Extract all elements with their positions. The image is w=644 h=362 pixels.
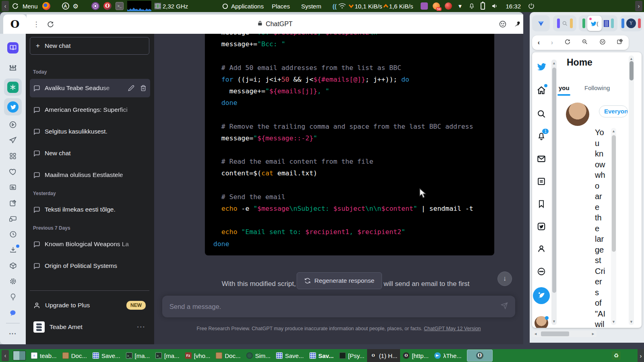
active-twitter-tab[interactable]: ( [587, 16, 602, 31]
vpn-tray-icon[interactable]: ▼ [458, 3, 463, 9]
upgrade-plus-row[interactable]: Upgrade to Plus NEW [30, 296, 149, 315]
taskbar-item[interactable]: >_[ma... [123, 349, 153, 362]
taskbar-item[interactable]: Save... [273, 349, 307, 362]
taskbar-item[interactable]: O[http... [400, 349, 431, 362]
wifi-icon[interactable] [338, 3, 346, 9]
footer-version-link[interactable]: ChatGPT May 12 Version [424, 326, 481, 331]
reading-list-icon[interactable] [3, 38, 23, 58]
smiley-icon[interactable] [497, 14, 509, 34]
volume-icon[interactable] [491, 3, 498, 9]
taskbar-item[interactable]: >_[ma... [153, 349, 182, 362]
extensions-cube-icon[interactable] [3, 258, 23, 274]
terminal-icon[interactable]: >_ [116, 2, 124, 10]
lock-icon[interactable] [257, 20, 263, 28]
bell-icon[interactable] [469, 2, 475, 10]
chat-history-item[interactable]: Known Biological Weapons La [30, 235, 150, 253]
flow-devices-icon[interactable] [3, 211, 23, 226]
taskbar-item[interactable]: Doc... [60, 349, 90, 362]
tab-for-you[interactable]: you [559, 84, 570, 91]
taskbar-item[interactable]: Fz[vho... [182, 349, 213, 362]
rail-scrollbar[interactable]: ▲ ▼ [551, 60, 557, 325]
home-icon[interactable] [536, 85, 547, 96]
chat-history-item[interactable]: American Greetings: Superfici [30, 101, 150, 119]
lists-icon[interactable] [536, 176, 547, 187]
tab-group-2[interactable]: ( [579, 15, 617, 31]
chat-history-item[interactable]: Selgitus kasulikkusest. [30, 122, 150, 141]
news-feed-icon[interactable] [3, 179, 23, 195]
everyone-pill-button[interactable]: Everyone [599, 105, 628, 117]
opera-icon[interactable]: O [103, 2, 111, 10]
notifications-bell-icon[interactable]: 1 [536, 131, 547, 142]
tab-group-1[interactable] [553, 15, 576, 31]
forward-icon[interactable]: › [551, 39, 553, 46]
chatgpt-icon[interactable] [3, 77, 23, 97]
firefox-icon[interactable] [42, 2, 50, 10]
power-icon[interactable] [528, 3, 535, 9]
cpu-graph[interactable] [127, 1, 151, 11]
account-menu-icon[interactable]: ··· [137, 323, 146, 331]
twitter-blue-icon[interactable] [536, 221, 547, 232]
taskbar-item[interactable]: ≡teab... [28, 349, 60, 362]
tab-following[interactable]: Following [584, 84, 610, 91]
tweet-scrollbar[interactable]: ▲ ▼ [611, 128, 616, 325]
send-icon[interactable] [501, 302, 508, 311]
account-row[interactable]: Teabe Amet ··· [30, 318, 149, 336]
record-tray-icon[interactable] [445, 2, 452, 10]
apps-grid-icon[interactable] [3, 148, 23, 164]
search-tool-icon[interactable]: A [62, 2, 69, 10]
show-desktop-button[interactable]: › [638, 349, 644, 362]
taskbar-item[interactable]: [Psy... [336, 349, 367, 362]
smiley-icon[interactable] [599, 39, 606, 47]
taskbar-item[interactable]: Sav... [307, 349, 336, 362]
horizontal-scrollbar[interactable]: ◄ ► [532, 331, 597, 337]
window-scrollbar[interactable]: ▲ ▼ [629, 56, 634, 325]
panel-expand-button[interactable]: › [635, 1, 642, 11]
pinboards-icon[interactable] [3, 195, 23, 211]
messages-icon[interactable] [536, 154, 547, 164]
tor-icon[interactable] [91, 2, 99, 10]
h-scroll-thumb[interactable] [541, 331, 569, 336]
tweet-author-avatar[interactable] [566, 103, 589, 126]
chat-history-item[interactable]: Teksti ilmekas eesti tõlge. [30, 200, 150, 219]
chat-history-item[interactable]: New chat [30, 144, 150, 162]
tab-group-3[interactable]: Y [620, 15, 642, 31]
zoom-out-icon[interactable] [582, 39, 588, 47]
telegram-icon[interactable] [3, 132, 23, 148]
twitter-logo-icon[interactable] [536, 61, 547, 72]
pin-icon[interactable] [617, 39, 623, 47]
edit-pencil-icon[interactable] [128, 85, 134, 91]
message-input[interactable]: Send a message. [162, 296, 515, 317]
compose-tweet-button[interactable] [533, 287, 550, 304]
gears-icon[interactable]: ⚙ [73, 2, 78, 10]
menu-system[interactable]: System [301, 3, 321, 10]
menu-button[interactable]: Menu [23, 3, 38, 10]
workspace-gem-icon[interactable] [532, 15, 550, 31]
taskbar-back-button[interactable]: ‹ [2, 350, 9, 361]
taskbar-item[interactable]: λThe... [431, 349, 464, 362]
profile-icon[interactable] [536, 244, 547, 254]
crown-icon[interactable] [3, 58, 23, 77]
taskbar-item[interactable]: Doc... [213, 349, 243, 362]
rail-avatar[interactable] [535, 316, 548, 328]
battery-icon[interactable] [481, 2, 485, 10]
explore-search-icon[interactable] [536, 109, 547, 119]
bookmarks-icon[interactable] [536, 199, 547, 209]
recycle-bin-icon[interactable]: ♻ [612, 351, 621, 360]
favorites-heart-icon[interactable] [3, 164, 23, 179]
chat-history-item[interactable]: Maailma olulisus Eestlastele [30, 166, 150, 184]
workspace-pager[interactable] [13, 351, 26, 360]
tips-bulb-icon[interactable] [3, 289, 23, 305]
rail-more-icon[interactable]: ··· [3, 326, 23, 341]
pin-icon[interactable] [511, 14, 523, 34]
settings-gear-icon[interactable] [3, 274, 23, 289]
aria-chat-icon[interactable] [3, 305, 23, 321]
taskbar-item[interactable]: O(1) H... [367, 349, 400, 362]
chat-history-item[interactable]: Origin of Political Systems [30, 257, 150, 275]
new-chat-button[interactable]: + New chat [30, 37, 149, 55]
taskbar-opera-active[interactable]: O [467, 350, 493, 362]
scroll-to-bottom-button[interactable]: ↓ [497, 272, 512, 286]
opera-logo-tab[interactable]: O [3, 14, 27, 34]
back-icon[interactable]: ‹ [538, 39, 540, 46]
twitter-panel-icon[interactable] [3, 97, 23, 117]
history-clock-icon[interactable] [3, 226, 23, 242]
